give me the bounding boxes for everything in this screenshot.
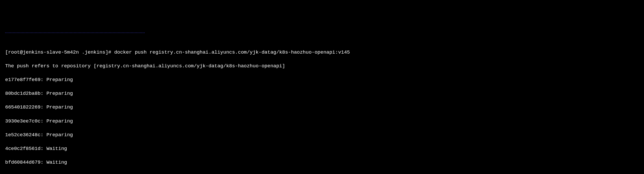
layer-id: bfd60844d679 [5,160,41,165]
layer-id: e177e8f7fe69 [5,77,41,83]
layer-status-line: 665401822269: Preparing [5,104,639,111]
push-refers-line: The push refers to repository [registry.… [5,63,639,70]
terminal-top-border [5,33,145,33]
layer-status: Waiting [47,146,67,151]
layer-status-line: bfd60844d679: Waiting [5,159,639,166]
terminal-output[interactable]: [root@jenkins-slave-5m42n .jenkins]# doc… [5,42,639,174]
layer-status: Preparing [47,132,73,138]
layer-id: 665401822269 [5,104,41,110]
command-line-1: [root@jenkins-slave-5m42n .jenkins]# doc… [5,49,639,56]
layer-status: Preparing [47,104,73,110]
layer-id: 3930e3ee7c0c [5,118,41,124]
layer-status-line: 3930e3ee7c0c: Preparing [5,118,639,125]
layer-status: Preparing [47,118,73,124]
layer-status-line: 1e52ce36248c: Preparing [5,132,639,139]
layer-status-line: cbe4023cc050: Waiting [5,173,639,174]
layer-status-line: e177e8f7fe69: Preparing [5,76,639,83]
layer-id: 80bdc1d2ba8b [5,91,41,96]
layer-status: Preparing [47,91,73,96]
shell-prompt: [root@jenkins-slave-5m42n .jenkins]# [5,49,114,55]
layer-status-line: 80bdc1d2ba8b: Preparing [5,90,639,97]
layer-status-line: 4ce0c2f8561d: Waiting [5,145,639,152]
layer-status: Waiting [47,160,67,165]
shell-command: docker push registry.cn-shanghai.aliyunc… [114,49,350,55]
layer-id: 1e52ce36248c [5,132,41,138]
layer-id: 4ce0c2f8561d [5,146,41,151]
layer-status: Preparing [47,77,73,83]
